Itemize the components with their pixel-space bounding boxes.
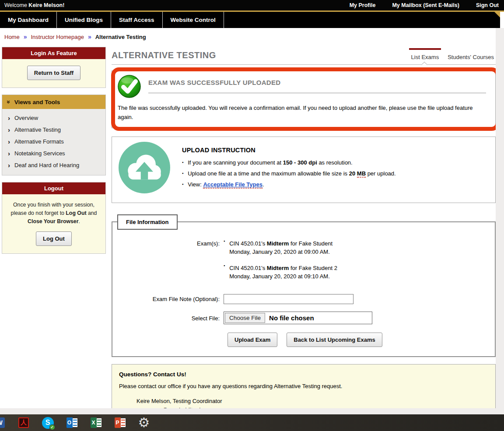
content-tabs: List ExamsStudents' Courses — [411, 47, 496, 60]
sidebar-item-label: Alternative Testing — [14, 126, 61, 133]
content-header: ALTERNATIVE TESTING List ExamsStudents' … — [112, 47, 496, 65]
instruction-bullet-1: ▪If you are scanning your document at 15… — [182, 159, 396, 166]
gold-notch — [494, 12, 500, 18]
exam-item-text: CIN 4520.01's Midterm for Fake StudentMo… — [229, 239, 332, 256]
log-out-button[interactable]: Log Out — [36, 231, 72, 246]
sidebar-item-alternative-formats[interactable]: ›Alternative Formats — [2, 136, 105, 147]
exam-title: Midterm — [267, 265, 289, 271]
sidebar-item-label: Notetaking Services — [14, 150, 65, 157]
contact-line-1: Keire Melson, Testing Coordinator — [136, 397, 488, 406]
nav-tab-my-dashboard[interactable]: My Dashboard — [0, 12, 57, 28]
success-message-panel: EXAM WAS SUCCESSFULLY UPLOADED The file … — [112, 70, 496, 128]
acrobat-reader-icon[interactable]: 人 — [18, 417, 30, 429]
skype-icon[interactable]: S✓ — [42, 417, 54, 429]
nav-tab-staff-access[interactable]: Staff Access — [111, 12, 163, 28]
exam-datetime: Monday, January 20, 2020 at 09:10 AM. — [229, 272, 337, 281]
exam-file-note-input[interactable] — [224, 294, 354, 304]
success-message: The file was successfully uploaded. You … — [118, 104, 490, 122]
views-and-tools-box: » Views and Tools ›Overview›Alternative … — [2, 95, 106, 175]
contact-heading: Questions? Contact Us! — [119, 371, 488, 378]
nav-tab-website-control[interactable]: Website Control — [163, 12, 224, 28]
breadcrumb-current: Alternative Testing — [95, 34, 146, 40]
user-name: Keire Melson! — [28, 2, 64, 8]
upload-instruction-panel: UPLOAD INSTRUCTION ▪If you are scanning … — [112, 137, 496, 203]
nav-tab-unified-blogs[interactable]: Unified Blogs — [57, 12, 111, 28]
exam-file-note-label: Exam File Note (Optional): — [112, 296, 224, 302]
sidebar-item-overview[interactable]: ›Overview — [2, 112, 105, 124]
sidebar-item-label: Alternative Formats — [14, 138, 64, 145]
chevron-right-icon: › — [8, 128, 10, 132]
exam-title: Midterm — [267, 240, 289, 247]
acceptable-file-types-link[interactable]: Acceptable File Types — [203, 181, 262, 189]
settings-gear-icon[interactable]: ⚙ — [138, 417, 150, 429]
instruction-bullet-2: ▪Upload one file at a time and the maxim… — [182, 170, 396, 177]
top-link-sign-out[interactable]: Sign Out — [476, 2, 499, 8]
breadcrumb-separator-icon: » — [24, 33, 27, 40]
taskbar: W人S✓OXP⚙ — [0, 414, 504, 431]
contact-lines: Keire Melson, Testing Coordinatorsasexam… — [136, 397, 488, 408]
excel-icon[interactable]: X — [90, 417, 102, 429]
contact-line-2: sasexams@vanderbilt.edu — [136, 406, 488, 408]
instruction-text: If you are scanning your document at 150… — [188, 159, 353, 166]
chevron-right-icon: › — [8, 116, 10, 120]
exam-list: ▪CIN 4520.01's Midterm for Fake StudentM… — [224, 239, 337, 281]
cloud-upload-icon — [119, 142, 170, 195]
exam-datetime: Monday, January 20, 2020 at 09:00 AM. — [229, 248, 332, 256]
file-information-fieldset: File Information Exam(s): ▪CIN 4520.01's… — [112, 214, 496, 357]
exam-item-1: ▪CIN 4520.01's Midterm for Fake StudentM… — [224, 239, 337, 256]
file-input[interactable]: Choose File No file chosen — [224, 312, 372, 324]
breadcrumb-home[interactable]: Home — [4, 34, 20, 40]
sidebar: Login As Feature Return to Staff » Views… — [2, 47, 106, 260]
upload-exam-button[interactable]: Upload Exam — [228, 333, 277, 347]
double-chevron-down-icon: » — [5, 100, 12, 104]
sidebar-item-notetaking-services[interactable]: ›Notetaking Services — [2, 147, 105, 159]
welcome-text: Welcome Keire Melson! — [4, 2, 350, 8]
nav-row: My DashboardUnified BlogsStaff AccessWeb… — [0, 12, 504, 28]
tab-list-exams[interactable]: List Exams — [411, 54, 439, 60]
return-to-staff-button[interactable]: Return to Staff — [27, 66, 80, 80]
chevron-right-icon: › — [8, 163, 10, 168]
tab-students-courses[interactable]: Students' Courses — [448, 54, 494, 60]
upload-instruction-heading: UPLOAD INSTRUCTION — [182, 147, 396, 154]
square-bullet-icon: ▪ — [182, 171, 183, 175]
exam-item-text: CIN 4520.01's Midterm for Fake Student 2… — [229, 264, 337, 281]
contact-body: Please contact our office if you have an… — [119, 383, 488, 389]
instruction-text: Upload one file at a time and the maximu… — [188, 170, 396, 177]
top-links: My ProfileMy Mailbox (Sent E-Mails)Sign … — [350, 2, 500, 8]
no-file-chosen-text: No file chosen — [269, 314, 314, 322]
upload-instruction-list: ▪If you are scanning your document at 15… — [182, 159, 396, 188]
exams-label: Exam(s): — [112, 239, 224, 281]
word-icon[interactable]: W — [0, 417, 6, 429]
choose-file-button[interactable]: Choose File — [225, 313, 265, 323]
breadcrumb: Home»Instructor Homepage»Alternative Tes… — [0, 28, 496, 44]
screen: Welcome Keire Melson! My ProfileMy Mailb… — [0, 0, 504, 431]
sidebar-item-deaf-and-hard-of-hearing[interactable]: ›Deaf and Hard of Hearing — [2, 159, 105, 171]
square-bullet-icon: ▪ — [182, 182, 183, 186]
select-file-label: Select File: — [112, 314, 224, 322]
logout-note: Once you finish with your session, pleas… — [7, 201, 101, 226]
breadcrumb-separator-icon: » — [88, 33, 91, 40]
outlook-icon[interactable]: O — [66, 417, 78, 429]
exam-item-2: ▪CIN 4520.01's Midterm for Fake Student … — [224, 264, 337, 281]
file-information-legend: File Information — [117, 214, 178, 230]
back-to-list-upcoming-exams-button[interactable]: Back to List Upcoming Exams — [287, 333, 382, 347]
sidebar-item-label: Overview — [14, 115, 38, 121]
sidebar-item-alternative-testing[interactable]: ›Alternative Testing — [2, 124, 105, 136]
instruction-text: View: Acceptable File Types. — [188, 181, 264, 188]
login-as-feature-title: Login As Feature — [2, 47, 105, 59]
square-bullet-icon: ▪ — [224, 263, 225, 280]
views-and-tools-list: ›Overview›Alternative Testing›Alternativ… — [2, 109, 105, 175]
chevron-right-icon: › — [8, 151, 10, 156]
sidebar-item-label: Deaf and Hard of Hearing — [14, 162, 79, 168]
top-welcome-bar: Welcome Keire Melson! My ProfileMy Mailb… — [0, 0, 504, 11]
breadcrumb-instructor-homepage[interactable]: Instructor Homepage — [31, 34, 84, 40]
success-heading: EXAM WAS SUCCESSFULLY UPLOADED — [148, 79, 490, 86]
instruction-bullet-3: ▪View: Acceptable File Types. — [182, 181, 396, 188]
top-link-my-profile[interactable]: My Profile — [350, 2, 376, 8]
powerpoint-icon[interactable]: P — [114, 417, 126, 429]
main-content: ALTERNATIVE TESTING List ExamsStudents' … — [112, 47, 496, 408]
green-check-icon — [118, 75, 141, 100]
square-bullet-icon: ▪ — [224, 238, 225, 256]
top-link-my-mailbox-sent-e-mails[interactable]: My Mailbox (Sent E-Mails) — [392, 2, 459, 8]
chevron-right-icon: › — [8, 140, 10, 144]
